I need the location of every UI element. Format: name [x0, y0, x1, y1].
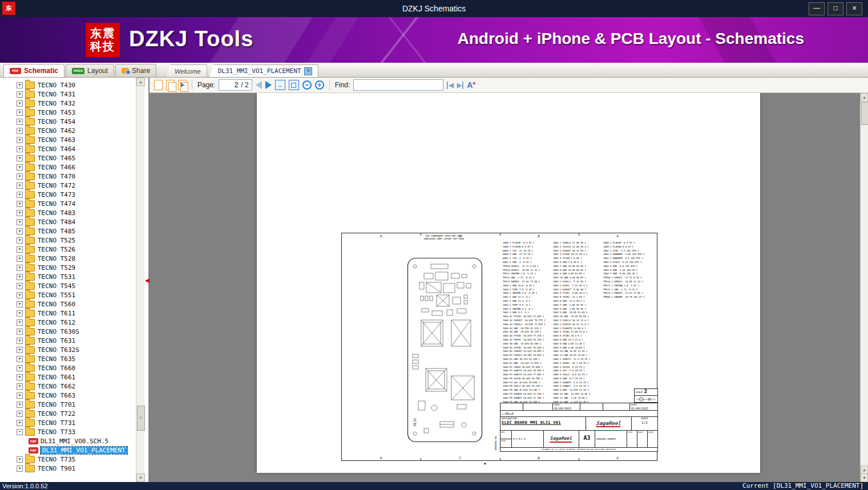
scroll-up-icon[interactable]: ▲	[136, 78, 145, 86]
expand-toggle-icon[interactable]	[17, 356, 23, 362]
tree-item-label[interactable]: TECNO T662	[38, 383, 75, 390]
page-number-input[interactable]	[222, 80, 239, 90]
expand-toggle-icon[interactable]	[17, 310, 23, 317]
tree-item[interactable]: TECNO T465	[0, 153, 135, 163]
tree-item-label[interactable]: TECNO T465	[38, 155, 75, 162]
facing-pages-view-icon[interactable]	[166, 80, 175, 90]
expand-toggle-icon[interactable]	[17, 137, 23, 143]
tree-item[interactable]: TECNO T484	[0, 217, 135, 226]
tree-item[interactable]: TECNO T660	[0, 363, 135, 372]
expand-toggle-icon[interactable]	[17, 383, 23, 390]
tree-item-label[interactable]: TECNO T731	[38, 419, 75, 427]
tree-item[interactable]: TECNO T663	[0, 391, 135, 400]
tree-item-label[interactable]: TECNO T529	[38, 264, 75, 272]
tab-share[interactable]: Share	[115, 64, 156, 77]
tree-item-label[interactable]: TECNO T545	[38, 282, 75, 290]
tree-item-label[interactable]: TECNO T484	[38, 218, 75, 226]
tree-item[interactable]: TECNO T901	[0, 464, 135, 473]
expand-toggle-icon[interactable]	[17, 347, 23, 353]
tree-item[interactable]: TECNO T483	[0, 208, 135, 217]
tree-item[interactable]: DL31_MMI_VO1_PLACEMENT	[0, 446, 135, 455]
tree-item[interactable]: TECNO T632S	[0, 345, 135, 354]
find-previous-icon[interactable]: ◀	[447, 82, 453, 89]
expand-toggle-icon[interactable]	[17, 146, 23, 152]
expand-toggle-icon[interactable]	[17, 219, 23, 225]
tree-item-label[interactable]: TECNO T473	[38, 191, 75, 199]
expand-toggle-icon[interactable]	[17, 201, 23, 207]
expand-toggle-icon[interactable]	[17, 319, 23, 326]
tree-item-label[interactable]: TECNO T483	[38, 209, 75, 217]
tree-item-label[interactable]: TECNO T635	[38, 355, 75, 363]
tree-item[interactable]: TECNO T731	[0, 418, 135, 427]
expand-toggle-icon[interactable]	[17, 429, 23, 435]
tree-item-label[interactable]: TECNO T528	[38, 255, 75, 262]
expand-toggle-icon[interactable]	[17, 392, 23, 399]
fit-width-icon[interactable]: ↔	[275, 80, 285, 90]
tree-item-label[interactable]: TECNO T631	[38, 337, 75, 345]
tree-item[interactable]: TECNO T733	[0, 427, 135, 436]
tree-item[interactable]: TECNO T466	[0, 163, 135, 172]
tree-item[interactable]: TECNO T454	[0, 117, 135, 126]
tree-item-label[interactable]: TECNO T722	[38, 410, 75, 418]
tree-item-label[interactable]: TECNO T630S	[38, 328, 79, 335]
tree-item[interactable]: TECNO T722	[0, 409, 135, 418]
tree-item[interactable]: TECNO T528	[0, 254, 135, 263]
tree-item[interactable]: TECNO T661	[0, 372, 135, 382]
expand-toggle-icon[interactable]	[17, 283, 23, 289]
expand-toggle-icon[interactable]	[17, 301, 23, 307]
tree-item-label[interactable]: TECNO T430	[38, 82, 75, 89]
continuous-pages-view-icon[interactable]	[178, 80, 187, 90]
tree-item-label[interactable]: TECNO T485	[38, 228, 75, 235]
tree-item-label[interactable]: TECNO T453	[38, 109, 75, 116]
expand-toggle-icon[interactable]	[17, 465, 23, 472]
tree-item-label[interactable]: TECNO T733	[38, 428, 75, 436]
tree-item-label[interactable]: TECNO T466	[38, 164, 75, 171]
tree-item-label[interactable]: TECNO T454	[38, 118, 75, 125]
expand-toggle-icon[interactable]	[17, 292, 23, 298]
tree-item-label[interactable]: TECNO T663	[38, 392, 75, 399]
expand-toggle-icon[interactable]	[17, 100, 23, 107]
expand-toggle-icon[interactable]	[17, 210, 23, 216]
tree-item[interactable]: TECNO T470	[0, 172, 135, 181]
tree-item-label[interactable]: TECNO T531	[38, 273, 75, 281]
tree-item-label[interactable]: DL31_MMI_VO0.SCH.5	[41, 438, 108, 445]
tree-item-label[interactable]: TECNO T612	[38, 319, 75, 326]
tree-item-label[interactable]: TECNO T735	[38, 456, 75, 463]
zoom-out-icon[interactable]: −	[302, 80, 312, 90]
tree-item[interactable]: TECNO T662	[0, 382, 135, 391]
tree-item[interactable]: TECNO T631	[0, 336, 135, 345]
tree-item-label[interactable]: TECNO T432	[38, 100, 75, 107]
tree-item[interactable]: TECNO T531	[0, 272, 135, 281]
tree-item-label[interactable]: TECNO T474	[38, 200, 75, 208]
scroll-down-icon[interactable]: ▼	[861, 473, 868, 482]
expand-toggle-icon[interactable]	[17, 338, 23, 344]
expand-toggle-icon[interactable]	[17, 274, 23, 280]
tree-item[interactable]: TECNO T545	[0, 281, 135, 290]
expand-toggle-icon[interactable]	[17, 256, 23, 262]
tree-item[interactable]: TECNO T630S	[0, 327, 135, 336]
expand-toggle-icon[interactable]	[17, 192, 23, 198]
tree-item-label[interactable]: TECNO T470	[38, 173, 75, 180]
expand-toggle-icon[interactable]	[17, 374, 23, 380]
tree-item[interactable]: TECNO T464	[0, 144, 135, 153]
viewer-scrollbar[interactable]: ▲ ▲ ▼	[860, 93, 868, 482]
expand-toggle-icon[interactable]	[17, 228, 23, 234]
doc-tab-placement[interactable]: DL31_MMI_VO1_PLACEMENT ×	[209, 64, 319, 77]
scroll-up-icon[interactable]: ▲	[861, 465, 868, 474]
tree-item[interactable]: TECNO T635	[0, 354, 135, 363]
expand-toggle-icon[interactable]	[17, 402, 23, 408]
pdf-viewer[interactable]: DCBA DCBA TOP COMPONENT VIEW TOP SIDE UN…	[150, 93, 860, 482]
fit-page-icon[interactable]	[289, 80, 299, 90]
expand-toggle-icon[interactable]	[17, 365, 23, 371]
next-page-icon[interactable]	[265, 81, 272, 89]
tree-item-label[interactable]: TECNO T632S	[38, 346, 79, 354]
tree-item-label[interactable]: TECNO T901	[38, 465, 75, 472]
previous-page-icon[interactable]	[256, 81, 262, 89]
zoom-in-icon[interactable]: +	[315, 80, 324, 90]
sidebar-scrollbar[interactable]: ▲ ≡ ▼	[136, 78, 144, 482]
tree-item[interactable]: TECNO T473	[0, 190, 135, 199]
close-button[interactable]: ×	[846, 2, 862, 15]
tree-item[interactable]: DL31_MMI_VO0.SCH.5	[0, 436, 135, 446]
expand-toggle-icon[interactable]	[17, 456, 23, 463]
expand-toggle-icon[interactable]	[17, 82, 23, 88]
